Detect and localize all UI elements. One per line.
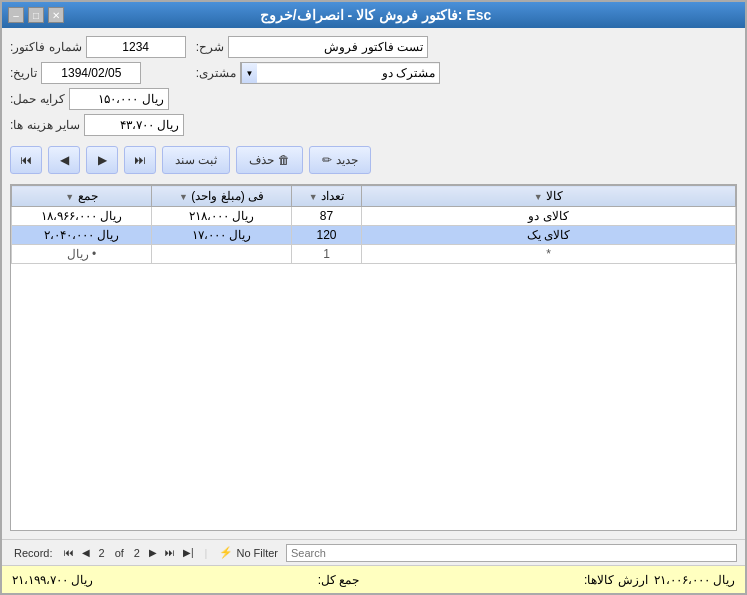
no-filter-label: No Filter [236, 547, 278, 559]
col-label-total: جمع [78, 189, 98, 203]
status-prev-button[interactable]: ◀ [79, 546, 93, 559]
main-window: – □ ✕ فاکتور فروش کالا - انصراف/خروج: Es… [0, 0, 747, 595]
other-costs-input[interactable] [84, 114, 184, 136]
date-label: تاریخ: [10, 66, 37, 80]
shipping-input[interactable] [69, 88, 169, 110]
last-record-button[interactable]: ⏭ [124, 146, 156, 174]
status-last-button[interactable]: ⏭ [162, 546, 178, 559]
data-table-section: کالا ▼ تعداد ▼ فی (مبلغ واحد) ▼ جمع [10, 184, 737, 531]
customer-row: ▼ مشتری: [196, 62, 737, 84]
cell-count-1: 120 [292, 226, 362, 245]
next-record-button[interactable]: ▶ [86, 146, 118, 174]
sum-item: جمع کل: [318, 573, 360, 587]
cell-count-new: 1 [292, 245, 362, 264]
sort-arrow-unit-price: ▼ [179, 192, 188, 202]
col-header-count[interactable]: تعداد ▼ [292, 186, 362, 207]
no-filter-button[interactable]: ⚡ No Filter [215, 545, 282, 560]
invoice-number-row: شماره فاکتور: [10, 36, 186, 58]
record-label: Record: [14, 547, 53, 559]
status-next-button[interactable]: ▶ [146, 546, 160, 559]
total-value-item: ریال ۲۱،۰۰۶،۰۰۰ ارزش کالاها: [584, 573, 735, 587]
cell-count-0: 87 [292, 207, 362, 226]
other-costs-row: سایر هزینه ها: [10, 114, 186, 136]
first-record-button[interactable]: ⏮ [10, 146, 42, 174]
status-nav-controls: ⏮ ◀ 2 of 2 ▶ ⏭ ▶| [61, 546, 197, 559]
close-button[interactable]: ✕ [48, 7, 64, 23]
data-table: کالا ▼ تعداد ▼ فی (مبلغ واحد) ▼ جمع [11, 185, 736, 264]
cell-item-1: کالای یک [362, 226, 736, 245]
col-header-unit-price[interactable]: فی (مبلغ واحد) ▼ [152, 186, 292, 207]
col-label-count: تعداد [321, 189, 344, 203]
window-title: فاکتور فروش کالا - انصراف/خروج: Esc [64, 7, 687, 23]
search-input[interactable] [286, 544, 737, 562]
cell-total-1: ریال ۲،۰۴۰،۰۰۰ [12, 226, 152, 245]
cell-unit-price-new [152, 245, 292, 264]
shipping-label: کرایه حمل: [10, 92, 65, 106]
col-header-item[interactable]: کالا ▼ [362, 186, 736, 207]
invoice-number-label: شماره فاکتور: [10, 40, 82, 54]
cell-total-new: • ریال [12, 245, 152, 264]
delete-icon: 🗑 [278, 153, 290, 167]
minimize-button[interactable]: – [8, 7, 24, 23]
col-label-item: کالا [546, 189, 563, 203]
total-value-label: ارزش کالاها: [584, 573, 648, 587]
record-current: 2 [99, 547, 105, 559]
date-row: تاریخ: [10, 62, 186, 84]
prev-record-button[interactable]: ◀ [48, 146, 80, 174]
customer-label: مشتری: [196, 66, 236, 80]
table-row[interactable]: کالای یک 120 ریال ۱۷،۰۰۰ ریال ۲،۰۴۰،۰۰۰ [12, 226, 736, 245]
sort-arrow-item: ▼ [534, 192, 543, 202]
description-input[interactable] [228, 36, 428, 58]
status-new-button[interactable]: ▶| [180, 546, 197, 559]
sum-value: ریال ۲۱،۱۹۹،۷۰۰ [12, 573, 93, 587]
table-row[interactable]: کالای دو 87 ریال ۲۱۸،۰۰۰ ریال ۱۸،۹۶۶،۰۰۰ [12, 207, 736, 226]
top-form: شرح: ▼ مشتری: شماره فاکتور: [10, 36, 737, 136]
sort-arrow-total: ▼ [65, 192, 74, 202]
total-value: ریال ۲۱،۰۰۶،۰۰۰ [654, 573, 735, 587]
table-header-row: کالا ▼ تعداد ▼ فی (مبلغ واحد) ▼ جمع [12, 186, 736, 207]
bottom-bar: ریال ۲۱،۰۰۶،۰۰۰ ارزش کالاها: جمع کل: ریا… [2, 565, 745, 593]
shipping-row: کرایه حمل: [10, 88, 186, 110]
customer-dropdown-arrow[interactable]: ▼ [241, 63, 257, 83]
main-content: شرح: ▼ مشتری: شماره فاکتور: [2, 28, 745, 539]
left-panel: شرح: ▼ مشتری: [196, 36, 737, 136]
cell-item-new: * [362, 245, 736, 264]
sum-label: جمع کل: [318, 573, 360, 587]
new-button[interactable]: جدید ✏ [309, 146, 371, 174]
new-icon: ✏ [322, 153, 332, 167]
save-label: ثبت سند [175, 153, 217, 167]
cell-unit-price-1: ریال ۱۷،۰۰۰ [152, 226, 292, 245]
toolbar: ⏮ ◀ ▶ ⏭ ثبت سند 🗑 حذف جدید ✏ [10, 142, 737, 178]
filter-icon: ⚡ [219, 546, 233, 559]
record-of: of [115, 547, 124, 559]
delete-label: حذف [249, 153, 274, 167]
customer-combo: ▼ [240, 62, 440, 84]
maximize-button[interactable]: □ [28, 7, 44, 23]
right-panel: شماره فاکتور: تاریخ: کرایه حمل: سایر هزی… [10, 36, 186, 136]
cell-item-0: کالای دو [362, 207, 736, 226]
col-label-unit-price: فی (مبلغ واحد) [191, 189, 264, 203]
description-row: شرح: [196, 36, 737, 58]
description-label: شرح: [196, 40, 224, 54]
status-bar: Record: ⏮ ◀ 2 of 2 ▶ ⏭ ▶| | ⚡ No Filter [2, 539, 745, 565]
status-first-button[interactable]: ⏮ [61, 546, 77, 559]
invoice-number-input[interactable] [86, 36, 186, 58]
cell-total-0: ریال ۱۸،۹۶۶،۰۰۰ [12, 207, 152, 226]
table-row-new[interactable]: * 1 • ریال [12, 245, 736, 264]
delete-button[interactable]: 🗑 حذف [236, 146, 303, 174]
save-button[interactable]: ثبت سند [162, 146, 230, 174]
title-bar: – □ ✕ فاکتور فروش کالا - انصراف/خروج: Es… [2, 2, 745, 28]
record-total: 2 [134, 547, 140, 559]
sort-arrow-count: ▼ [309, 192, 318, 202]
cell-unit-price-0: ریال ۲۱۸،۰۰۰ [152, 207, 292, 226]
sum-value-item: ریال ۲۱،۱۹۹،۷۰۰ [12, 573, 93, 587]
date-input[interactable] [41, 62, 141, 84]
col-header-total[interactable]: جمع ▼ [12, 186, 152, 207]
window-controls: – □ ✕ [8, 7, 64, 23]
new-label: جدید [336, 153, 358, 167]
customer-input[interactable] [257, 64, 439, 82]
other-costs-label: سایر هزینه ها: [10, 118, 80, 132]
